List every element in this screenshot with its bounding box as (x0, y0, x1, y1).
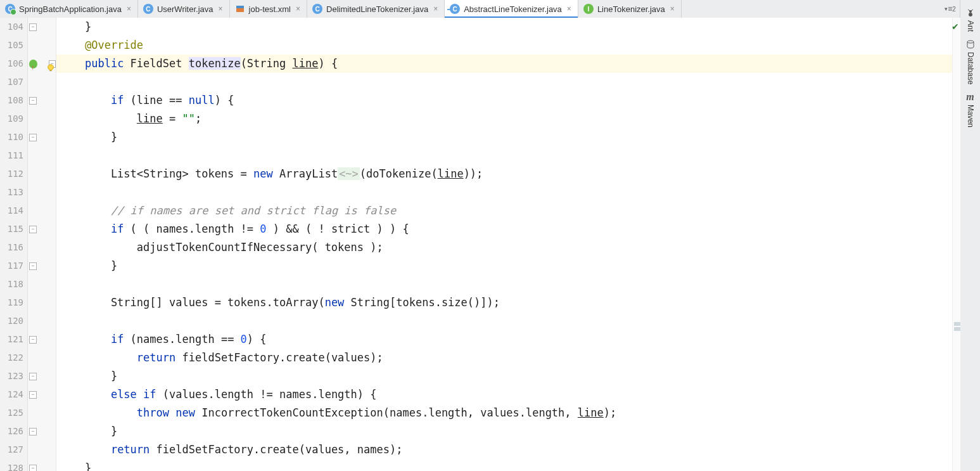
tab-count-badge: 2 (952, 6, 956, 13)
line-number: 128 (0, 459, 23, 471)
line-number: 123 (0, 367, 23, 385)
code-line[interactable] (56, 183, 960, 202)
code-line[interactable]: throw new IncorrectTokenCountException(n… (56, 404, 960, 422)
line-number: 116 (0, 238, 23, 257)
svg-line-5 (971, 10, 973, 11)
code-area[interactable]: } @Override public FieldSet tokenize(Str… (56, 18, 960, 471)
editor-tab-bar: CSpringBatchApplication.java×CUserWriter… (0, 0, 960, 18)
line-number: 127 (0, 441, 23, 459)
code-line[interactable] (56, 275, 960, 294)
code-line[interactable]: else if (values.length != names.length) … (56, 385, 960, 404)
svg-rect-1 (236, 6, 244, 8)
fold-toggle-icon[interactable]: − (29, 428, 37, 436)
fold-toggle-icon[interactable]: − (29, 226, 37, 233)
right-tool-strip: Ant Database Maven (960, 0, 980, 471)
fold-toggle-icon[interactable]: − (29, 391, 37, 399)
line-number: 112 (0, 165, 23, 183)
line-number: 124 (0, 385, 23, 404)
fold-toggle-icon[interactable]: − (29, 262, 37, 270)
code-line[interactable]: return fieldSetFactory.create(values, na… (56, 441, 960, 459)
close-icon[interactable]: × (670, 4, 675, 13)
database-icon (965, 39, 976, 49)
class-icon: C (312, 4, 322, 14)
tool-database-label: Database (966, 52, 975, 84)
tool-database[interactable]: Database (965, 39, 976, 84)
code-line[interactable]: } (56, 257, 960, 275)
tool-maven[interactable]: Maven (965, 92, 976, 127)
gutter-icons: −−−−−−−−−−− (28, 18, 56, 471)
code-line[interactable]: if (names.length == 0) { (56, 330, 960, 349)
code-line[interactable]: } (56, 128, 960, 146)
error-stripe[interactable]: ✔ (952, 18, 960, 471)
interface-icon: I (583, 4, 594, 14)
close-icon[interactable]: × (296, 4, 300, 13)
tab-linetokenizer-java[interactable]: ILineTokenizer.java× (578, 0, 682, 18)
line-number: 120 (0, 312, 23, 330)
editor[interactable]: 1041051061071081091101111121131141151161… (0, 18, 960, 471)
fold-toggle-icon[interactable]: − (29, 23, 37, 31)
close-icon[interactable]: × (567, 4, 571, 13)
code-line[interactable]: String[] values = tokens.toArray(new Str… (56, 294, 960, 312)
close-icon[interactable]: × (127, 4, 131, 13)
fold-toggle-icon[interactable]: − (29, 465, 37, 472)
code-line[interactable]: } (56, 367, 960, 385)
tab-label: SpringBatchApplication.java (19, 4, 122, 14)
scroll-mark[interactable] (954, 322, 960, 326)
scroll-mark[interactable] (954, 327, 960, 331)
intention-bulb-icon[interactable] (46, 60, 55, 68)
line-number: 110 (0, 128, 23, 146)
svg-point-7 (48, 64, 53, 70)
line-number: 109 (0, 110, 23, 128)
tab-list-button[interactable]: ▾≡2 (944, 3, 957, 15)
line-number: 119 (0, 294, 23, 312)
line-number: 122 (0, 349, 23, 367)
line-number: 126 (0, 422, 23, 441)
tab-label: AbstractLineTokenizer.java (464, 4, 562, 14)
fold-toggle-icon[interactable]: − (29, 97, 37, 105)
svg-line-4 (968, 10, 970, 11)
code-line[interactable]: line = ""; (56, 110, 960, 128)
fold-toggle-icon[interactable]: − (29, 373, 37, 380)
line-number: 106 (0, 55, 23, 73)
code-line[interactable]: @Override (56, 36, 960, 55)
svg-point-3 (969, 13, 972, 16)
code-line[interactable]: } (56, 459, 960, 471)
code-line[interactable]: if (line == null) { (56, 91, 960, 110)
code-line[interactable]: // if names are set and strict flag is f… (56, 202, 960, 220)
tab-label: job-test.xml (249, 4, 291, 14)
line-number: 113 (0, 183, 23, 202)
close-icon[interactable]: × (433, 4, 438, 13)
code-line[interactable] (56, 73, 960, 91)
tab-job-test-xml[interactable]: job-test.xml× (230, 0, 307, 18)
tab-delimitedlinetokenizer-java[interactable]: CDelimitedLineTokenizer.java× (307, 0, 445, 18)
code-line[interactable]: public FieldSet tokenize(String line) { (56, 55, 960, 73)
close-icon[interactable]: × (219, 4, 223, 13)
code-line[interactable] (56, 312, 960, 330)
code-line[interactable]: return fieldSetFactory.create(values); (56, 349, 960, 367)
code-line[interactable] (56, 146, 960, 165)
tab-springbatchapplication-java[interactable]: CSpringBatchApplication.java× (0, 0, 138, 18)
line-number: 117 (0, 257, 23, 275)
override-icon[interactable] (29, 60, 37, 68)
tool-ant[interactable]: Ant (965, 8, 976, 32)
tab-abstractlinetokenizer-java[interactable]: CAbstractLineTokenizer.java× (445, 0, 578, 18)
svg-rect-8 (49, 70, 52, 71)
code-line[interactable]: } (56, 18, 960, 36)
line-number: 107 (0, 73, 23, 91)
tab-userwriter-java[interactable]: CUserWriter.java× (138, 0, 230, 18)
tool-ant-label: Ant (966, 20, 975, 32)
fold-toggle-icon[interactable]: − (29, 336, 37, 344)
fold-toggle-icon[interactable]: − (29, 134, 37, 141)
xml-icon (235, 4, 245, 14)
line-number: 104 (0, 18, 23, 36)
code-line[interactable]: adjustTokenCountIfNecessary( tokens ); (56, 238, 960, 257)
code-line[interactable]: if ( ( names.length != 0 ) && ( ! strict… (56, 220, 960, 238)
line-number-gutter: 1041051061071081091101111121131141151161… (0, 18, 28, 471)
code-line[interactable]: } (56, 422, 960, 441)
line-number: 105 (0, 36, 23, 55)
line-number: 121 (0, 330, 23, 349)
line-number: 125 (0, 404, 23, 422)
line-number: 108 (0, 91, 23, 110)
line-number: 111 (0, 146, 23, 165)
code-line[interactable]: List<String> tokens = new ArrayList<~>(d… (56, 165, 960, 183)
